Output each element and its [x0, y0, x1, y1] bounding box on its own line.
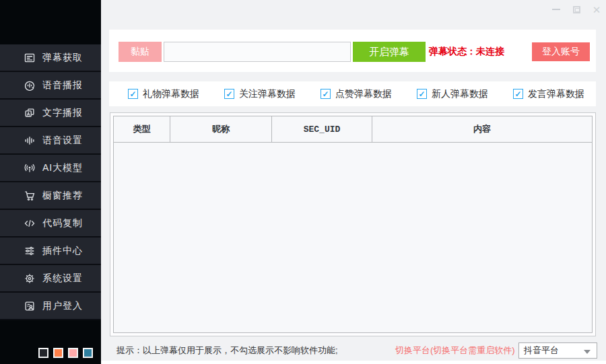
- login-account-button[interactable]: 登入账号: [532, 42, 590, 61]
- checkbox-gift-danmaku[interactable]: ✓ 礼物弹幕数据: [128, 88, 199, 100]
- danmaku-table-container: 类型 昵称 SEC_UID 内容: [110, 112, 596, 336]
- sidebar-item-label: 文字播报: [42, 107, 83, 119]
- bottom-strip: [101, 361, 606, 364]
- room-url-input[interactable]: [164, 42, 351, 62]
- sidebar-item-ai-model[interactable]: AI大模型: [0, 155, 101, 182]
- system-settings-icon: [24, 272, 36, 285]
- sidebar-item-label: 弹幕获取: [42, 52, 83, 64]
- sidebar-item-label: 用户登入: [42, 300, 83, 312]
- close-button[interactable]: ✕: [591, 4, 602, 15]
- table-header-row: 类型 昵称 SEC_UID 内容: [114, 116, 592, 143]
- start-danmaku-button[interactable]: 开启弹幕: [353, 42, 426, 62]
- dropdown-caret-icon: [584, 350, 591, 354]
- checkbox-chat-danmaku[interactable]: ✓ 发言弹幕数据: [513, 88, 584, 100]
- table-header-content: 内容: [372, 116, 592, 142]
- sidebar-item-label: 插件中心: [42, 245, 83, 257]
- sidebar-item-code-copy[interactable]: 代码复制: [0, 210, 101, 238]
- platform-select-value: 抖音平台: [524, 344, 559, 357]
- checkbox-checked-icon[interactable]: ✓: [513, 89, 523, 99]
- maximize-button[interactable]: [571, 4, 582, 15]
- platform-select[interactable]: 抖音平台: [518, 342, 597, 359]
- sidebar-item-label: 系统设置: [42, 272, 83, 285]
- top-panel: 黏贴 开启弹幕 弹幕状态：未连接 登入账号: [109, 30, 596, 72]
- checkbox-label: 礼物弹幕数据: [143, 88, 199, 100]
- checkbox-checked-icon[interactable]: ✓: [321, 89, 331, 99]
- voice-broadcast-icon: [24, 79, 36, 92]
- sidebar-item-voice-broadcast[interactable]: 语音播报: [0, 72, 101, 100]
- theme-swatch-orange[interactable]: [53, 348, 63, 358]
- checkbox-follow-danmaku[interactable]: ✓ 关注弹幕数据: [224, 88, 296, 100]
- sidebar-item-shop-window[interactable]: 橱窗推荐: [0, 182, 101, 210]
- checkbox-checked-icon[interactable]: ✓: [128, 89, 138, 99]
- checkbox-checked-icon[interactable]: ✓: [417, 89, 427, 99]
- filter-panel: ✓ 礼物弹幕数据 ✓ 关注弹幕数据 ✓ 点赞弹幕数据 ✓ 新人弹幕数据 ✓ 发言…: [109, 81, 596, 106]
- sidebar-item-text-broadcast[interactable]: 文字播报: [0, 100, 101, 127]
- text-broadcast-icon: [24, 107, 36, 119]
- sidebar-item-system-settings[interactable]: 系统设置: [0, 265, 101, 293]
- window-controls: ✕: [551, 4, 602, 15]
- sidebar-item-label: 语音设置: [42, 135, 83, 147]
- code-copy-icon: [24, 217, 36, 229]
- maximize-icon: [573, 6, 580, 13]
- sidebar-item-danmaku-capture[interactable]: 弹幕获取: [0, 44, 101, 72]
- table-body-empty: [114, 143, 592, 332]
- shop-window-icon: [24, 190, 36, 202]
- theme-swatch-pink[interactable]: [68, 348, 78, 358]
- theme-swatches: [38, 348, 93, 358]
- sidebar-item-label: 语音播报: [42, 79, 83, 92]
- paste-button[interactable]: 黏贴: [119, 42, 162, 62]
- sidebar-item-plugin-center[interactable]: 插件中心: [0, 238, 101, 265]
- table-header-nickname: 昵称: [170, 116, 272, 142]
- user-login-icon: [24, 300, 36, 312]
- voice-settings-icon: [24, 135, 36, 147]
- checkbox-label: 点赞弹幕数据: [335, 88, 392, 100]
- theme-swatch-teal[interactable]: [83, 348, 93, 358]
- footer-hint-text: 提示：以上弹幕仅用于展示，不勾选展示不影响软件功能;: [116, 344, 338, 357]
- danmaku-list-icon: [24, 52, 36, 64]
- minimize-button[interactable]: [551, 4, 562, 15]
- sidebar-item-label: 代码复制: [42, 217, 83, 229]
- switch-platform-link[interactable]: 切换平台(切换平台需重启软件): [395, 344, 515, 357]
- sidebar: 弹幕获取 语音播报 文字播报: [0, 0, 101, 364]
- checkbox-checked-icon[interactable]: ✓: [224, 89, 234, 99]
- danmaku-status-text: 弹幕状态：未连接: [429, 46, 504, 58]
- sidebar-item-voice-settings[interactable]: 语音设置: [0, 127, 101, 155]
- sidebar-menu: 弹幕获取 语音播报 文字播报: [0, 44, 101, 320]
- ai-model-icon: [24, 162, 36, 174]
- sidebar-item-label: AI大模型: [42, 162, 83, 174]
- table-header-sec-uid: SEC_UID: [272, 116, 372, 142]
- checkbox-label: 发言弹幕数据: [528, 88, 584, 100]
- theme-swatch-dark[interactable]: [38, 348, 48, 358]
- checkbox-label: 新人弹幕数据: [432, 88, 488, 100]
- sidebar-item-label: 橱窗推荐: [42, 190, 83, 202]
- close-icon: ✕: [593, 5, 601, 15]
- checkbox-label: 关注弹幕数据: [239, 88, 296, 100]
- checkbox-newcomer-danmaku[interactable]: ✓ 新人弹幕数据: [417, 88, 488, 100]
- table-header-type: 类型: [114, 116, 170, 142]
- danmaku-table: 类型 昵称 SEC_UID 内容: [113, 116, 593, 333]
- checkbox-like-danmaku[interactable]: ✓ 点赞弹幕数据: [321, 88, 392, 100]
- sidebar-item-user-login[interactable]: 用户登入: [0, 293, 101, 320]
- minimize-icon: [552, 9, 560, 10]
- plugin-center-icon: [24, 245, 36, 257]
